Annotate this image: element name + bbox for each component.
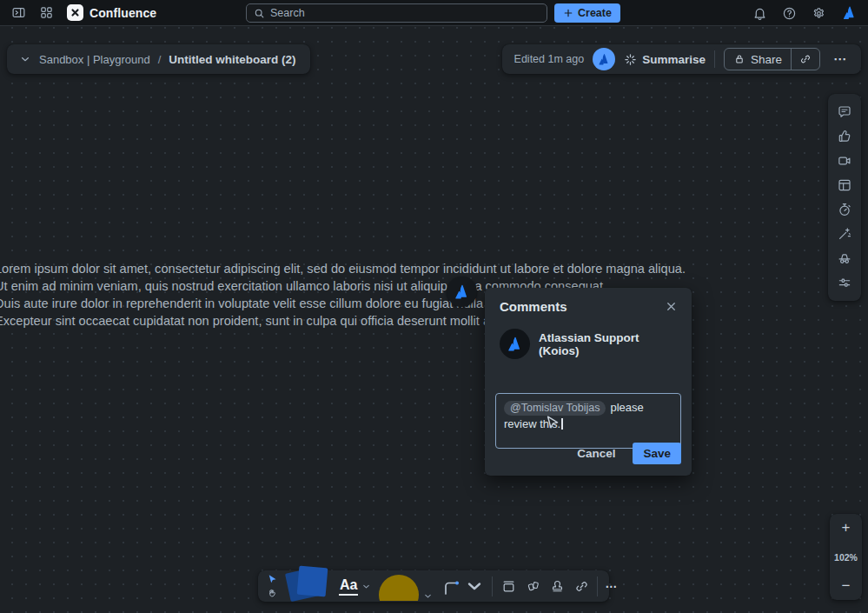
connector-tool[interactable] bbox=[440, 576, 485, 596]
stamp-tool[interactable] bbox=[548, 576, 566, 596]
notifications-bell-icon[interactable] bbox=[752, 6, 767, 21]
stamp-icon bbox=[550, 579, 565, 594]
shape-preview bbox=[378, 571, 420, 601]
divider bbox=[597, 576, 598, 596]
reactions-thumbs-up-icon[interactable] bbox=[828, 124, 861, 149]
plus-icon bbox=[563, 8, 573, 18]
link-icon bbox=[574, 579, 589, 594]
right-sidebar bbox=[828, 94, 861, 301]
copy-link-button[interactable] bbox=[792, 49, 819, 70]
collaborator-avatar[interactable] bbox=[593, 48, 615, 70]
incognito-icon[interactable] bbox=[828, 246, 861, 270]
circle-shape-icon bbox=[379, 575, 419, 601]
comment-input[interactable]: @Tomislav Tobijasplease review this. bbox=[495, 393, 681, 449]
app-switcher-icon[interactable] bbox=[39, 5, 54, 20]
breadcrumb-space-link[interactable]: Sandbox | Playground bbox=[39, 53, 150, 66]
connector-icon bbox=[440, 576, 461, 596]
settings-sliders-icon[interactable] bbox=[828, 270, 861, 295]
breadcrumb-separator: / bbox=[158, 53, 162, 66]
atlassian-logo-icon bbox=[506, 335, 525, 354]
divider bbox=[492, 576, 493, 596]
more-options-button[interactable]: ⋯ bbox=[829, 50, 851, 69]
text-tool-label: Aa bbox=[339, 577, 358, 596]
confluence-logo-icon bbox=[67, 4, 83, 21]
search-bar[interactable] bbox=[246, 3, 547, 23]
save-button[interactable]: Save bbox=[633, 443, 681, 464]
select-tool[interactable] bbox=[265, 573, 280, 586]
top-navigation-bar: Confluence Create bbox=[0, 0, 868, 26]
document-actions-panel: Edited 1m ago Summarise Share ⋯ bbox=[502, 44, 861, 74]
text-tool[interactable]: Aa bbox=[339, 577, 371, 596]
divider bbox=[714, 50, 715, 68]
help-icon[interactable] bbox=[782, 6, 797, 21]
share-button[interactable]: Share bbox=[725, 49, 791, 70]
chevron-down-icon[interactable] bbox=[361, 582, 371, 591]
zoom-in-button[interactable]: + bbox=[842, 521, 851, 535]
toolbar-more-button[interactable]: ⋯ bbox=[605, 579, 618, 593]
pan-tool[interactable] bbox=[265, 587, 280, 600]
close-icon[interactable] bbox=[665, 300, 678, 313]
app-name: Confluence bbox=[89, 6, 156, 20]
shape-tool[interactable] bbox=[378, 571, 433, 601]
comment-author-avatar bbox=[500, 329, 530, 359]
search-icon bbox=[254, 8, 265, 19]
sticky-note-front bbox=[297, 565, 328, 596]
breadcrumb: Sandbox | Playground / Untitled whiteboa… bbox=[7, 44, 310, 74]
settings-gear-icon[interactable] bbox=[812, 6, 826, 21]
mouse-pointer-icon bbox=[544, 414, 563, 433]
whiteboard-canvas[interactable]: Lorem ipsum dolor sit amet, consectetur … bbox=[0, 26, 868, 613]
atlassian-logo-icon bbox=[597, 52, 612, 67]
zoom-controls: + 102% − bbox=[830, 514, 862, 600]
canvas-text-line: Lorem ipsum dolor sit amet, consectetur … bbox=[0, 260, 686, 277]
comments-panel-icon[interactable] bbox=[828, 100, 861, 124]
create-button-label: Create bbox=[578, 7, 612, 19]
comments-dialog-title: Comments bbox=[500, 299, 567, 314]
cursor-icon bbox=[267, 574, 278, 585]
sidebar-toggle-icon[interactable] bbox=[11, 5, 26, 20]
hand-icon bbox=[267, 588, 278, 599]
sparkle-icon bbox=[624, 53, 637, 66]
chevron-down-icon[interactable] bbox=[19, 53, 31, 65]
share-label: Share bbox=[751, 53, 782, 66]
whiteboard-toolbar: Aa ⋯ bbox=[258, 570, 609, 602]
sticky-note-tool[interactable] bbox=[287, 565, 332, 602]
comments-dialog: Comments Atlassian Support (Koios) @Tomi… bbox=[485, 288, 692, 476]
chevron-down-icon[interactable] bbox=[423, 591, 433, 601]
search-input[interactable] bbox=[270, 7, 540, 19]
create-button[interactable]: Create bbox=[554, 3, 620, 23]
stickers-tool[interactable] bbox=[524, 576, 541, 596]
lock-icon bbox=[733, 53, 745, 65]
zoom-out-button[interactable]: − bbox=[842, 579, 851, 593]
stickers-icon bbox=[526, 579, 540, 594]
comment-pin-avatar[interactable] bbox=[447, 277, 477, 307]
templates-icon[interactable] bbox=[828, 173, 861, 197]
laser-pointer-icon[interactable] bbox=[828, 222, 861, 246]
frame-icon bbox=[501, 579, 516, 594]
link-icon bbox=[799, 53, 812, 65]
cancel-button[interactable]: Cancel bbox=[572, 443, 620, 463]
atlassian-logo-icon bbox=[453, 283, 472, 302]
chevron-down-icon[interactable] bbox=[464, 576, 485, 596]
profile-avatar[interactable] bbox=[841, 4, 858, 22]
timer-icon[interactable] bbox=[828, 197, 861, 222]
share-button-group: Share bbox=[724, 48, 820, 70]
summarise-button[interactable]: Summarise bbox=[624, 53, 706, 66]
confluence-home-link[interactable]: Confluence bbox=[67, 4, 156, 21]
edited-timestamp: Edited 1m ago bbox=[514, 53, 585, 65]
comment-author-name: Atlassian Support (Koios) bbox=[539, 331, 678, 357]
summarise-label: Summarise bbox=[642, 53, 706, 66]
video-icon[interactable] bbox=[828, 149, 861, 173]
page-title: Untitled whiteboard (2) bbox=[169, 53, 295, 66]
section-tool[interactable] bbox=[500, 576, 517, 596]
zoom-level: 102% bbox=[834, 552, 858, 563]
link-tool[interactable] bbox=[573, 576, 590, 596]
